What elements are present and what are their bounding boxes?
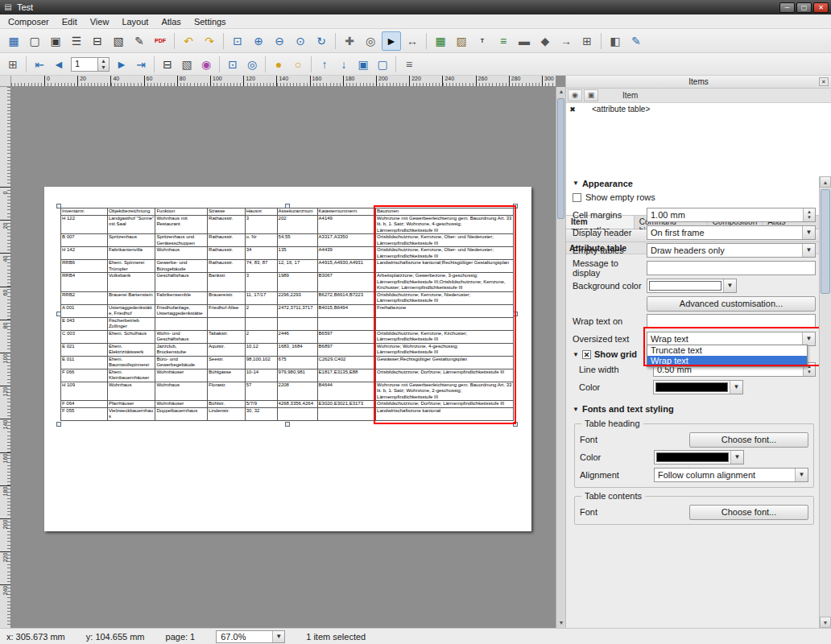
zoom-actual-size-button[interactable]: ⊙ — [291, 31, 310, 51]
heading-color-button[interactable]: ▼ — [654, 450, 744, 464]
resize-handle[interactable] — [513, 312, 518, 316]
dropdown-option[interactable]: Wrap text — [647, 356, 807, 366]
menu-composer[interactable]: Composer — [2, 15, 56, 28]
zoom-tool-button[interactable]: ◎ — [361, 31, 380, 51]
scroll-down-icon[interactable]: ▼ — [820, 617, 831, 628]
duplicate-composition-button[interactable]: ▣ — [46, 31, 65, 51]
redo-button[interactable]: ↷ — [200, 31, 219, 51]
heading-alignment-combobox[interactable]: Follow column alignment ▼ — [654, 468, 808, 482]
show-empty-rows-checkbox[interactable] — [573, 193, 581, 202]
raise-selected-items-button[interactable]: ↑ — [316, 56, 333, 73]
scrollbar-thumb[interactable] — [557, 98, 564, 219]
atlas-preview-button[interactable]: ◉ — [197, 56, 215, 73]
resize-handle[interactable] — [285, 422, 290, 427]
empty-tables-combobox[interactable]: Draw headers only ▼ — [647, 243, 816, 258]
scroll-up-icon[interactable]: ▲ — [820, 176, 831, 188]
contents-choose-font-button[interactable]: Choose font... — [689, 505, 808, 520]
display-header-combobox[interactable]: On first frame ▼ — [647, 225, 816, 240]
resize-handle[interactable] — [56, 204, 61, 208]
scrollbar-thumb[interactable] — [821, 189, 830, 294]
menu-layout[interactable]: Layout — [115, 15, 155, 28]
composition-view[interactable]: Inventarnr.ObjektbezeichnungFunktionStra… — [11, 87, 556, 628]
item-visibility-checkbox[interactable]: ✖ — [566, 105, 579, 114]
new-composition-button[interactable]: ▢ — [25, 31, 44, 51]
menu-view[interactable]: View — [84, 15, 116, 28]
align-items-button[interactable]: ≡ — [400, 56, 418, 73]
zoom-full-extent-button[interactable]: ⊡ — [228, 31, 247, 51]
atlas-first-feature-button[interactable]: ⇤ — [31, 56, 48, 73]
lock-icon[interactable]: ▣ — [584, 89, 598, 101]
lock-selected-items-button[interactable]: ● — [270, 56, 287, 73]
show-grid-checkbox[interactable]: ✕ — [582, 350, 591, 359]
zoom-to-selected-item-button[interactable]: ⊡ — [224, 56, 242, 73]
cell-margins-spinbox[interactable]: 1.00 mm ▲▼ — [647, 208, 816, 222]
spinner-arrows-icon[interactable]: ▲▼ — [98, 57, 110, 72]
spinner-arrows-icon[interactable]: ▲▼ — [803, 208, 815, 221]
fonts-group-header[interactable]: ▼ Fonts and text styling — [573, 402, 816, 415]
minimize-button[interactable]: ─ — [779, 2, 795, 13]
eye-icon[interactable]: ◉ — [568, 89, 582, 101]
canvas-vertical-scrollbar[interactable]: ▲ ▼ — [556, 87, 565, 628]
atlas-last-feature-button[interactable]: ⇥ — [132, 56, 150, 73]
group-items-button[interactable]: ▣ — [354, 56, 372, 73]
message-to-display-input[interactable] — [647, 261, 816, 275]
zoom-to-region-button[interactable]: ◎ — [243, 56, 261, 73]
add-scalebar-button[interactable]: ▬ — [515, 31, 534, 51]
lower-selected-items-button[interactable]: ↓ — [335, 56, 353, 73]
grid-color-button[interactable]: ▼ — [653, 380, 743, 394]
save-composition-icon: ▦ — [8, 35, 19, 47]
add-image-button[interactable]: ▨ — [452, 31, 471, 51]
advanced-customisation-button[interactable]: Advanced customisation... — [647, 296, 816, 312]
edit-nodes-item-button[interactable]: ✎ — [626, 31, 646, 51]
print-composition-button[interactable]: ⊟ — [88, 31, 107, 51]
ruler-label: 20 — [2, 220, 8, 233]
save-composition-button[interactable]: ▦ — [4, 31, 23, 51]
attribute-table-item[interactable]: Inventarnr.ObjektbezeichnungFunktionStra… — [60, 208, 514, 421]
add-new-map-button[interactable]: ▦ — [431, 31, 450, 51]
zoom-in-button[interactable]: ⊕ — [249, 31, 268, 51]
list-item[interactable]: ✖ <attribute table> — [566, 103, 831, 115]
close-button[interactable]: ✕ — [813, 2, 829, 13]
add-arrow-button[interactable]: → — [556, 31, 576, 51]
menu-settings[interactable]: Settings — [188, 15, 233, 28]
composition-manager-button[interactable]: ☰ — [67, 31, 86, 51]
print-atlas-button[interactable]: ⊟ — [159, 56, 176, 73]
atlas-settings-button[interactable]: ⊞ — [4, 56, 22, 73]
close-icon[interactable]: ✕ — [819, 77, 829, 86]
atlas-next-feature-button[interactable]: ► — [113, 56, 130, 73]
export-as-pdf-button[interactable]: PDF — [151, 31, 170, 51]
panel-vertical-scrollbar[interactable]: ▲ ▼ — [819, 176, 831, 628]
unlock-all-items-button[interactable]: ○ — [289, 56, 307, 73]
export-as-image-button[interactable]: ▧ — [109, 31, 128, 51]
refresh-view-button[interactable]: ↻ — [312, 31, 331, 51]
atlas-previous-feature-button[interactable]: ◄ — [50, 56, 68, 73]
resize-handle[interactable] — [56, 312, 61, 316]
add-new-legend-button[interactable]: ≡ — [494, 31, 513, 51]
resize-handle[interactable] — [56, 422, 61, 427]
dropdown-option[interactable]: Truncate text — [647, 345, 807, 356]
select-move-item-tool-button[interactable]: ► — [382, 31, 401, 51]
add-html-frame-button[interactable]: ◧ — [606, 31, 625, 51]
undo-button[interactable]: ↶ — [179, 31, 198, 51]
export-atlas-button[interactable]: ▧ — [178, 56, 196, 73]
add-label-button[interactable]: T — [473, 31, 492, 51]
zoom-out-button[interactable]: ⊖ — [270, 31, 289, 51]
maximize-button[interactable]: ▢ — [796, 2, 812, 13]
move-item-content-tool-button[interactable]: ↔ — [403, 31, 422, 51]
wrap-text-on-input[interactable] — [647, 314, 816, 328]
heading-choose-font-button[interactable]: Choose font... — [689, 432, 808, 448]
menu-edit[interactable]: Edit — [56, 15, 84, 28]
ungroup-items-button[interactable]: ▢ — [374, 56, 391, 73]
atlas-page-spinbox[interactable]: 1▲▼ — [71, 57, 110, 72]
menu-atlas[interactable]: Atlas — [155, 15, 187, 28]
pan-tool-button[interactable]: ✚ — [340, 31, 359, 51]
resize-handle[interactable] — [513, 422, 518, 427]
add-attribute-table-button[interactable]: ⊞ — [577, 31, 597, 51]
resize-handle[interactable] — [285, 204, 290, 208]
background-color-button[interactable]: ▼ — [647, 279, 737, 293]
resize-handle[interactable] — [513, 204, 518, 208]
zoom-combobox[interactable]: 67.0% ▼ — [216, 630, 285, 643]
export-as-svg-button[interactable]: ✎ — [130, 31, 149, 51]
appearance-group-header[interactable]: ▼ Appearance — [573, 178, 816, 188]
add-basic-shape-button[interactable]: ◆ — [535, 31, 555, 51]
